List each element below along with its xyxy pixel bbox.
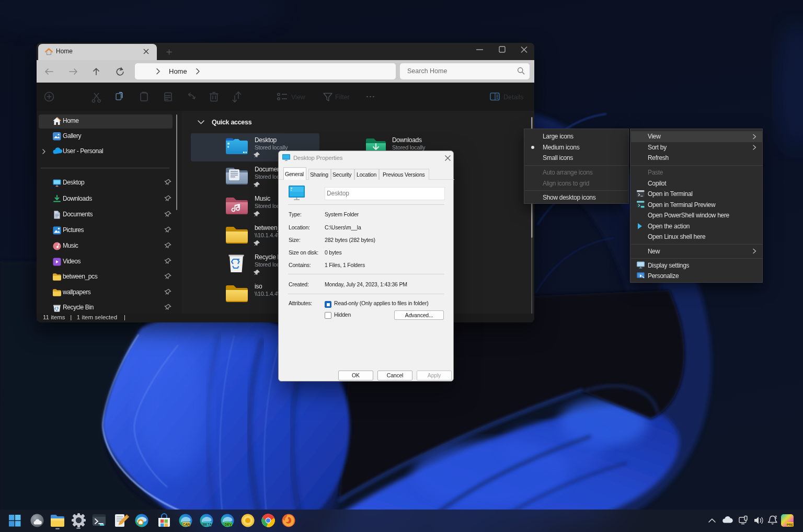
svg-text:PRE: PRE bbox=[787, 523, 793, 526]
svg-text:Details: Details bbox=[503, 94, 523, 101]
svg-text:Filter: Filter bbox=[335, 94, 350, 101]
svg-text:z: z bbox=[775, 514, 777, 519]
svg-text:DEV: DEV bbox=[225, 523, 232, 526]
svg-text:BETA: BETA bbox=[203, 523, 212, 526]
svg-text:CAN: CAN bbox=[182, 523, 190, 526]
svg-text:View: View bbox=[291, 94, 306, 101]
